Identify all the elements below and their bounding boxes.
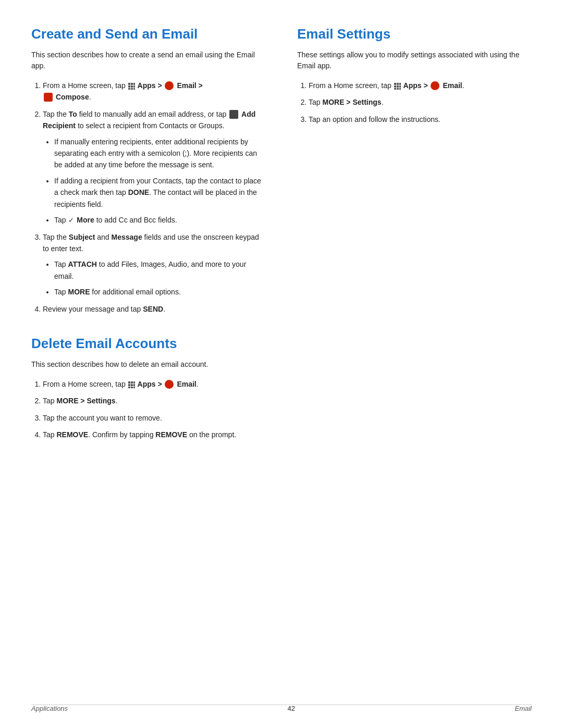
delete-step-2: Tap MORE > Settings.: [43, 395, 266, 406]
create-step-3: Tap the Subject and Message fields and u…: [43, 231, 266, 298]
svg-rect-3: [128, 85, 130, 88]
step4-text: Review your message and tap SEND.: [43, 305, 165, 313]
step1-text-before: From a Home screen, tap: [43, 81, 128, 90]
create-step-2: Tap the To field to manually add an emai…: [43, 108, 266, 226]
svg-rect-9: [128, 381, 130, 384]
bullet-2-3: Tap ✓ More to add Cc and Bcc fields.: [54, 214, 266, 226]
settings-desc: These settings allow you to modify setti…: [297, 50, 532, 71]
svg-rect-24: [394, 88, 396, 90]
set-step1-apps-label: Apps >: [403, 81, 430, 90]
step2-text2: to select a recipient from Contacts or G…: [78, 121, 225, 130]
set-step1-text: From a Home screen, tap: [309, 81, 394, 90]
svg-rect-11: [133, 381, 135, 384]
svg-rect-25: [397, 88, 399, 90]
set-apps-icon: [394, 82, 401, 90]
svg-rect-5: [133, 85, 135, 88]
bullet-2-2: If adding a recipient from your Contacts…: [54, 175, 266, 210]
delete-section: Delete Email Accounts This section descr…: [31, 336, 266, 441]
compose-icon: [44, 93, 53, 102]
svg-rect-18: [394, 83, 396, 85]
create-step-4: Review your message and tap SEND.: [43, 303, 266, 315]
settings-steps-list: From a Home screen, tap Apps > Email. Ta…: [297, 80, 532, 125]
del-email-circle-icon: [165, 380, 174, 389]
left-column: Create and Send an Email This section de…: [31, 26, 266, 450]
create-title: Create and Send an Email: [31, 26, 266, 42]
delete-desc: This section describes how to delete an …: [31, 359, 266, 370]
delete-steps-list: From a Home screen, tap Apps > Email. Ta…: [31, 378, 266, 441]
svg-rect-20: [399, 83, 401, 85]
svg-rect-23: [399, 85, 401, 88]
svg-rect-1: [131, 83, 133, 85]
svg-rect-26: [399, 88, 401, 90]
svg-rect-17: [133, 387, 135, 388]
create-step-1: From a Home screen, tap Apps > Email > C…: [43, 80, 266, 103]
bullet-3-1: Tap ATTACH to add Files, Images, Audio, …: [54, 258, 266, 282]
delete-step-3: Tap the account you want to remove.: [43, 412, 266, 424]
delete-step-1: From a Home screen, tap Apps > Email.: [43, 378, 266, 390]
step1-apps-label: Apps >: [138, 81, 164, 90]
email-circle-icon: [165, 81, 174, 90]
bullet-3-2: Tap MORE for additional email options.: [54, 286, 266, 298]
svg-rect-8: [133, 88, 135, 90]
del-step2-text: Tap MORE > Settings.: [43, 397, 118, 405]
svg-rect-4: [131, 85, 133, 88]
create-steps-list: From a Home screen, tap Apps > Email > C…: [31, 80, 266, 315]
delete-step-4: Tap REMOVE. Confirm by tapping REMOVE on…: [43, 429, 266, 440]
svg-rect-2: [133, 83, 135, 85]
svg-rect-19: [397, 83, 399, 85]
del-step1-apps-label: Apps >: [138, 380, 164, 388]
footer-page-number: 42: [288, 705, 295, 712]
step1-period: .: [89, 93, 91, 101]
set-step3-text: Tap an option and follow the instruction…: [309, 115, 440, 124]
del-apps-icon: [128, 380, 136, 388]
del-step1-email-label: Email: [177, 380, 196, 388]
footer-left: Applications: [31, 705, 68, 712]
footer-right: Email: [515, 705, 532, 712]
step1-compose-label: Compose: [56, 93, 89, 101]
svg-rect-6: [128, 88, 130, 90]
set-step1-email-label: Email: [443, 81, 462, 90]
step3-bullets: Tap ATTACH to add Files, Images, Audio, …: [43, 258, 266, 298]
svg-rect-14: [133, 384, 135, 386]
set-step1-period: .: [462, 81, 464, 90]
settings-title: Email Settings: [297, 26, 532, 42]
svg-rect-0: [128, 83, 130, 85]
apps-icon: [128, 82, 136, 90]
step2-text: Tap the To field to manually add an emai…: [43, 110, 228, 118]
set-step2-text: Tap MORE > Settings.: [309, 98, 384, 106]
create-desc: This section describes how to create a s…: [31, 50, 266, 71]
bullet-2-1: If manually entering recipients, enter a…: [54, 136, 266, 171]
step3-text: Tap the Subject and Message fields and u…: [43, 233, 259, 253]
svg-rect-12: [128, 384, 130, 386]
settings-step-1: From a Home screen, tap Apps > Email.: [309, 80, 532, 91]
del-step1-period: .: [197, 380, 199, 388]
page-footer: Applications 42 Email: [0, 705, 563, 712]
svg-rect-7: [131, 88, 133, 90]
svg-rect-16: [131, 387, 133, 388]
add-recipient-icon: [229, 110, 238, 119]
svg-rect-13: [131, 384, 133, 386]
svg-rect-15: [128, 387, 130, 388]
svg-rect-22: [397, 85, 399, 88]
del-step1-text: From a Home screen, tap: [43, 380, 128, 388]
del-step3-text: Tap the account you want to remove.: [43, 414, 162, 422]
settings-step-2: Tap MORE > Settings.: [309, 96, 532, 108]
svg-rect-10: [131, 381, 133, 384]
settings-step-3: Tap an option and follow the instruction…: [309, 114, 532, 125]
step2-bullets: If manually entering recipients, enter a…: [43, 136, 266, 226]
right-column: Email Settings These settings allow you …: [297, 26, 532, 134]
delete-title: Delete Email Accounts: [31, 336, 266, 352]
set-email-circle-icon: [431, 81, 439, 90]
del-step4-text: Tap REMOVE. Confirm by tapping REMOVE on…: [43, 430, 236, 439]
step1-email-label: Email >: [177, 81, 202, 90]
svg-rect-21: [394, 85, 396, 88]
